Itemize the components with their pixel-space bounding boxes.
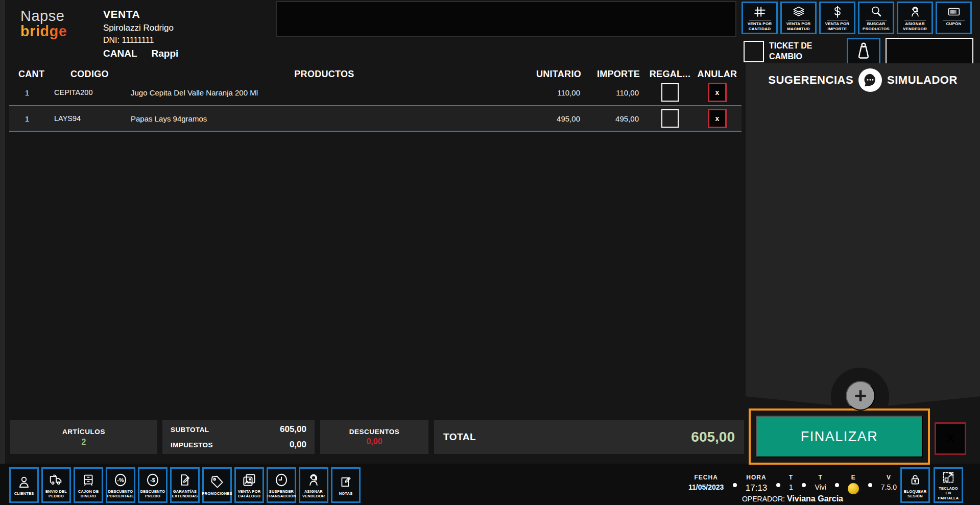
brand-name-bottom: bridge — [20, 23, 67, 39]
suspender-transaccion-button[interactable]: SUSPENDER TRANSACCIÓN — [267, 467, 296, 503]
transaction-type: VENTA — [103, 8, 178, 20]
bloquear-sesion-button[interactable]: BLOQUEAR SESIÓN — [900, 467, 930, 503]
person-icon — [16, 474, 32, 490]
anular-row-button[interactable]: x — [708, 83, 727, 102]
cell-codigo: LAYS94 — [45, 114, 127, 123]
col-anular: ANULAR — [693, 69, 742, 80]
venta-por-catalogo-button[interactable]: VENTA POR CATÁLOGO — [234, 467, 264, 503]
subtotal-value: 605,00 — [280, 424, 306, 435]
left-edge-strip — [0, 0, 5, 464]
cell-unitario: 495,00 — [522, 114, 588, 123]
kg-label: KG — [848, 51, 879, 56]
notas-button[interactable]: NOTAS — [331, 467, 361, 503]
cell-producto: Papas Lays 94gramos — [127, 114, 522, 123]
add-suggestion-button[interactable]: + — [846, 381, 875, 411]
total-box: TOTAL 605,00 — [434, 420, 744, 454]
venta-por-importe-button[interactable]: VENTA POR IMPORTE — [819, 2, 855, 34]
buscar-productos-button[interactable]: BUSCAR PRODUCTOS — [858, 2, 894, 34]
total-value: 605,00 — [691, 429, 735, 445]
finalizar-button[interactable]: FINALIZAR — [756, 416, 923, 458]
operator-line: OPERADOR:Viviana Garcia — [688, 494, 897, 503]
divider — [749, 20, 771, 20]
sales-table-header: CANT CODIGO PRODUCTOS UNITARIO IMPORTE R… — [9, 65, 742, 83]
button-label: VENTA POR IMPORTE — [821, 21, 854, 32]
operador-label: OPERADOR: — [742, 495, 785, 503]
brand-logo: Napse bridge — [20, 8, 67, 39]
impuestos-label: IMPUESTOS — [171, 441, 213, 449]
articulos-value: 2 — [82, 438, 86, 447]
simulador-title: SIMULADOR — [887, 74, 958, 87]
garantias-extendidas-button[interactable]: GARANTÍAS EXTENDIDAS — [170, 467, 200, 503]
cupon-button[interactable]: CUPÓN — [936, 2, 972, 34]
top-toolbar: VENTA POR CANTIDAD VENTA POR MAGNITUD VE… — [742, 2, 972, 34]
bottom-toolbar: CLIENTES ENVIO DEL PEDIDO CAJON DE DINER… — [9, 467, 361, 503]
headset-agent-icon — [306, 472, 321, 488]
sugerencias-title: SUGERENCIAS — [768, 74, 853, 87]
button-label: ASIGNAR VENDEDOR — [301, 489, 326, 499]
articulos-box: ARTÍCULOS 2 — [10, 420, 157, 454]
button-label: BUSCAR PRODUCTOS — [859, 21, 893, 32]
envio-del-pedido-button[interactable]: ENVIO DEL PEDIDO — [41, 467, 71, 503]
regalo-checkbox[interactable] — [661, 83, 679, 102]
asignar-vendedor-button[interactable]: ASIGNAR VENDEDOR — [897, 2, 933, 34]
channel-row: CANALRappi — [103, 48, 178, 59]
impuestos-value: 0,00 — [290, 440, 306, 450]
cajon-de-dinero-button[interactable]: CAJON DE DINERO — [74, 467, 103, 503]
venta-por-magnitud-button[interactable]: VENTA POR MAGNITUD — [780, 2, 817, 34]
button-label: GARANTÍAS EXTENDIDAS — [172, 489, 198, 499]
channel-label: CANAL — [103, 48, 137, 59]
button-label: PROMOCIONES — [202, 491, 232, 496]
articulos-label: ARTÍCULOS — [62, 428, 105, 436]
col-importe: IMPORTE — [588, 69, 647, 80]
anular-row-button[interactable]: x — [708, 109, 727, 128]
e-label: E — [851, 474, 856, 481]
total-label: TOTAL — [443, 431, 476, 443]
asignar-vendedor-bottom-button[interactable]: ASIGNAR VENDEDOR — [299, 467, 328, 503]
separator-dot — [835, 483, 839, 487]
weight-display-box[interactable] — [886, 38, 973, 65]
close-transaction-button[interactable]: X — [935, 422, 966, 455]
button-label: VENTA POR MAGNITUD — [782, 21, 815, 32]
fecha-value: 11/05/2023 — [688, 483, 724, 491]
scan-input-box[interactable] — [276, 1, 736, 37]
divider — [866, 20, 887, 20]
descuento-porcentaje-button[interactable]: -% DESCUENTO PORCENTAJE — [106, 467, 135, 503]
button-label: ENVIO DEL PEDIDO — [44, 489, 68, 499]
button-label: TECLADO EN PANTALLA — [936, 486, 961, 500]
status-bar: FECHA 11/05/2023 HORA 17:13 T 1 T Vivi E… — [688, 474, 897, 494]
operador-value: Viviana Garcia — [787, 494, 843, 503]
promociones-button[interactable]: PROMOCIONES — [202, 467, 232, 503]
descuentos-value: 0,00 — [366, 437, 382, 446]
clock-icon — [274, 472, 289, 488]
button-label: ASIGNAR VENDEDOR — [898, 21, 931, 32]
table-row-selected[interactable]: 1 LAYS94 Papas Lays 94gramos 495,00 495,… — [9, 105, 742, 132]
cell-cant: 1 — [9, 88, 45, 97]
warranty-document-icon — [178, 472, 192, 488]
col-productos: PRODUCTOS — [127, 69, 522, 80]
barcode-icon — [945, 5, 963, 19]
button-label: CAJON DE DINERO — [76, 489, 101, 499]
descuento-precio-button[interactable]: -$ DESCUENTO PRECIO — [138, 467, 168, 503]
status-estado: E — [848, 474, 859, 494]
status-indicator-yellow — [848, 483, 859, 494]
button-label: DESCUENTO PRECIO — [140, 489, 165, 499]
ticket-cambio-label: TICKET DE CAMBIO — [769, 41, 830, 62]
clientes-button[interactable]: CLIENTES — [9, 467, 39, 503]
button-label: SUSPENDER TRANSACCIÓN — [267, 489, 296, 499]
ticket-cambio-checkbox[interactable] — [744, 41, 764, 62]
table-row[interactable]: 1 CEPITA200 Jugo Cepita Del Valle Naranj… — [9, 81, 742, 104]
kg-weight-button[interactable]: KG — [847, 38, 880, 65]
status-hora: HORA 17:13 — [746, 474, 768, 493]
brand-name-top: Napse — [20, 8, 67, 23]
divider — [827, 20, 848, 20]
col-regalo: REGAL... — [647, 69, 693, 80]
regalo-checkbox[interactable] — [661, 109, 679, 128]
truck-icon — [49, 472, 64, 488]
teclado-en-pantalla-button[interactable]: TECLADO EN PANTALLA — [934, 467, 963, 503]
search-icon — [869, 5, 883, 19]
svg-text:-$: -$ — [150, 476, 155, 483]
lock-icon — [908, 472, 922, 488]
divider — [943, 20, 965, 20]
venta-por-cantidad-button[interactable]: VENTA POR CANTIDAD — [742, 2, 778, 34]
t1-label: T — [789, 474, 793, 481]
